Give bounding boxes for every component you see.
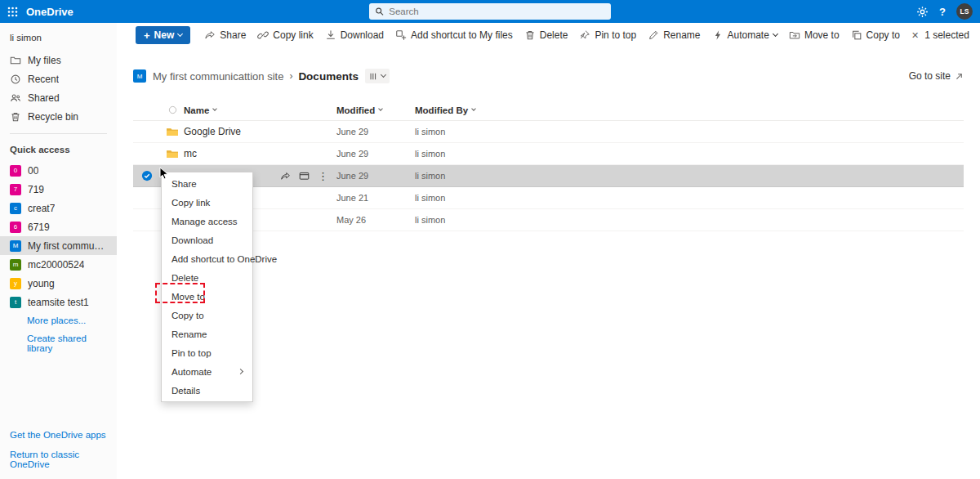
sidebar-item-label: My files	[28, 55, 61, 66]
submenu-chevron-icon	[238, 369, 243, 374]
folder-icon	[166, 147, 179, 160]
file-row-hidden-1[interactable]: June 21 li simon	[133, 187, 964, 209]
chevron-down-icon	[212, 106, 217, 111]
quick-access-item-teamsite-test1[interactable]: t teamsite test1	[0, 293, 117, 311]
sidebar-item-shared[interactable]: Shared	[0, 88, 117, 107]
help-icon[interactable]: ?	[939, 6, 946, 18]
site-tile: 0	[10, 165, 21, 177]
context-menu-item-add-shortcut[interactable]: Add shortcut to OneDrive	[162, 249, 252, 268]
file-modified-date: June 21	[336, 193, 415, 203]
column-header-name[interactable]: Name	[184, 105, 336, 115]
share-button[interactable]: Share	[198, 23, 252, 47]
row-selected-checkbox[interactable]	[133, 170, 161, 181]
context-menu-item-rename[interactable]: Rename	[162, 325, 252, 343]
file-row-google-drive[interactable]: Google Drive June 29 li simon	[133, 121, 964, 143]
search-input[interactable]	[389, 7, 605, 16]
context-menu-item-automate[interactable]: Automate	[162, 362, 252, 381]
automate-label: Automate	[728, 29, 769, 41]
copy-to-button[interactable]: Copy to	[845, 23, 906, 47]
file-name[interactable]: mc	[184, 148, 197, 159]
open-external-icon	[955, 72, 964, 81]
file-list-header: Name Modified Modified By	[133, 100, 964, 121]
file-row-mc[interactable]: mc June 29 li simon	[133, 143, 964, 165]
return-classic-onedrive-link[interactable]: Return to classic OneDrive	[0, 445, 117, 474]
site-tile: t	[10, 297, 21, 308]
column-view-toggle-button[interactable]	[365, 69, 390, 83]
pin-icon	[579, 29, 590, 41]
preview-icon[interactable]	[299, 171, 310, 181]
file-row-hidden-2[interactable]: May 26 li simon	[133, 209, 964, 231]
topbar-right: ? LS	[916, 3, 980, 20]
column-header-modified[interactable]: Modified	[336, 105, 415, 115]
breadcrumb-site-link[interactable]: My first communicattion site	[153, 70, 283, 83]
more-actions-icon[interactable]: ⋮	[318, 171, 328, 181]
trash-icon	[524, 29, 536, 41]
more-places-link[interactable]: More places...	[0, 311, 117, 329]
search-box[interactable]	[369, 3, 611, 20]
sidebar-item-recycle-bin[interactable]: Recycle bin	[0, 107, 117, 126]
context-menu-item-details[interactable]: Details	[162, 381, 252, 400]
quick-access-item-6719[interactable]: 6 6719	[0, 217, 117, 236]
file-row-selected[interactable]: SharePoint Onli ⋮ June	[133, 165, 964, 187]
rename-button[interactable]: Rename	[642, 23, 706, 47]
file-modified-by[interactable]: li simon	[415, 127, 964, 137]
delete-button[interactable]: Delete	[519, 23, 574, 47]
user-avatar[interactable]: LS	[956, 3, 973, 20]
context-menu-item-pin-to-top[interactable]: Pin to top	[162, 343, 252, 362]
create-shared-library-link[interactable]: Create shared library	[0, 329, 117, 357]
context-menu-item-copy-to[interactable]: Copy to	[162, 306, 252, 325]
sidebar-item-label: Recycle bin	[28, 111, 78, 123]
site-logo-tile[interactable]: M	[133, 69, 146, 83]
new-button[interactable]: + New	[136, 26, 190, 44]
breadcrumb-separator-icon: ›	[289, 70, 292, 82]
add-shortcut-button[interactable]: Add shortcut to My files	[390, 23, 519, 47]
context-menu-item-manage-access[interactable]: Manage access	[162, 212, 252, 231]
go-to-site-link[interactable]: Go to site	[909, 70, 964, 82]
context-menu-item-share[interactable]: Share	[162, 174, 252, 193]
sidebar-item-label: Recent	[28, 74, 59, 85]
quick-access-item-my-first-communication-site[interactable]: M My first communicattion...	[0, 236, 117, 255]
copy-link-button[interactable]: Copy link	[252, 23, 318, 47]
sidebar-item-my-files[interactable]: My files	[0, 51, 117, 69]
share-label: Share	[220, 29, 246, 41]
get-onedrive-apps-link[interactable]: Get the OneDrive apps	[0, 425, 117, 445]
sidebar-item-recent[interactable]: Recent	[0, 69, 117, 88]
file-modified-by[interactable]: li simon	[415, 149, 964, 159]
context-menu-item-download[interactable]: Download	[162, 231, 252, 249]
file-modified-date: June 29	[336, 149, 415, 159]
quick-access-item-00[interactable]: 0 00	[0, 161, 117, 180]
file-modified-date: June 29	[336, 171, 415, 181]
delete-label: Delete	[540, 29, 568, 41]
file-modified-by[interactable]: li simon	[415, 215, 964, 225]
app-title: OneDrive	[26, 6, 74, 18]
folder-icon	[166, 125, 179, 138]
quick-access-label: My first communicattion...	[28, 240, 107, 252]
quick-access-heading: Quick access	[0, 141, 117, 161]
column-header-modified-by[interactable]: Modified By	[415, 105, 964, 115]
file-name[interactable]: Google Drive	[184, 126, 241, 137]
plus-icon: +	[144, 30, 150, 41]
breadcrumb-current-library[interactable]: Documents	[298, 70, 359, 83]
share-icon[interactable]	[280, 171, 291, 181]
download-button[interactable]: Download	[319, 23, 390, 47]
row-hover-actions: ⋮	[280, 171, 336, 181]
settings-gear-icon[interactable]	[916, 6, 929, 18]
quick-access-label: 00	[28, 165, 38, 177]
clear-selection-button[interactable]: ✕ 1 selected	[906, 29, 975, 41]
context-menu-item-delete[interactable]: Delete	[162, 268, 252, 287]
quick-access-item-mc20000524[interactable]: m mc20000524	[0, 255, 117, 274]
move-to-icon	[789, 29, 800, 41]
quick-access-item-creat7[interactable]: c creat7	[0, 199, 117, 217]
context-menu-item-copy-link[interactable]: Copy link	[162, 193, 252, 212]
pencil-icon	[648, 29, 659, 41]
app-launcher-icon[interactable]	[0, 0, 24, 23]
move-to-button[interactable]: Move to	[783, 23, 845, 47]
pin-to-top-button[interactable]: Pin to top	[573, 23, 642, 47]
file-modified-by[interactable]: li simon	[415, 193, 964, 203]
quick-access-item-young[interactable]: y young	[0, 274, 117, 293]
context-menu-item-move-to[interactable]: Move to	[162, 287, 252, 306]
automate-button[interactable]: Automate	[706, 23, 783, 47]
chevron-down-icon	[177, 31, 183, 37]
file-modified-by[interactable]: li simon	[415, 171, 964, 181]
quick-access-item-719[interactable]: 7 719	[0, 180, 117, 199]
